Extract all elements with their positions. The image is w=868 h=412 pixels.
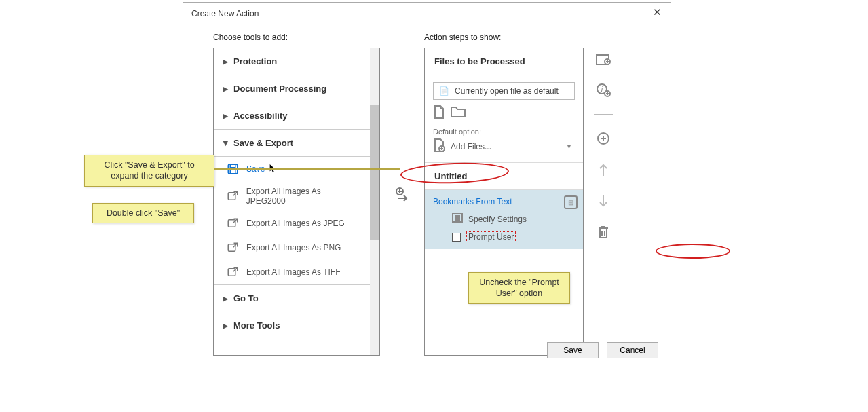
files-header: Files to be Processed xyxy=(425,48,583,75)
category-accessibility[interactable]: ▶ Accessibility xyxy=(214,102,379,130)
category-protection[interactable]: ▶ Protection xyxy=(214,48,379,75)
callout-uncheck-prompt: Uncheck the "Prompt User" option xyxy=(468,272,570,304)
category-document-processing[interactable]: ▶ Document Processing xyxy=(214,75,379,102)
svg-rect-4 xyxy=(228,220,235,227)
category-label: Go To xyxy=(233,293,259,303)
step-options-icon[interactable]: ⊟ xyxy=(564,195,578,209)
default-option-label: Default option: xyxy=(433,128,575,136)
divider xyxy=(594,114,613,115)
callout-save-export: Click "Save & Export" to expand the cate… xyxy=(84,155,214,187)
create-action-dialog: Create New Action ✕ Choose tools to add:… xyxy=(183,2,671,407)
dropdown-icon: ▼ xyxy=(566,143,572,150)
tool-export-tiff[interactable]: Export All Images As TIFF xyxy=(214,260,370,284)
close-icon[interactable]: ✕ xyxy=(650,5,664,19)
svg-rect-1 xyxy=(230,164,235,168)
svg-rect-3 xyxy=(228,193,235,200)
prompt-user-row[interactable]: Prompt User xyxy=(433,231,575,242)
highlight-prompt-user xyxy=(656,244,730,259)
category-more-tools[interactable]: ▶ More Tools xyxy=(214,312,379,339)
prompt-user-checkbox[interactable] xyxy=(452,233,461,242)
title-bar: Create New Action ✕ xyxy=(183,3,671,24)
chevron-right-icon: ▶ xyxy=(223,86,228,92)
add-step-icon[interactable] xyxy=(394,186,411,202)
move-down-icon[interactable] xyxy=(596,193,611,208)
specify-label: Specify Settings xyxy=(468,214,527,224)
chevron-right-icon: ▶ xyxy=(223,58,228,65)
add-files-dropdown[interactable]: Add Files... ▼ xyxy=(433,138,575,154)
cancel-button[interactable]: Cancel xyxy=(607,342,658,358)
move-up-icon[interactable] xyxy=(596,162,611,177)
category-label: Document Processing xyxy=(233,83,326,94)
dialog-title: Create New Action xyxy=(191,9,259,18)
tools-list: ▶ Protection ▶ Document Processing ▶ Acc… xyxy=(213,48,380,356)
delete-icon[interactable] xyxy=(596,225,611,240)
add-file-icon xyxy=(433,138,445,154)
new-file-icon[interactable] xyxy=(433,105,445,121)
tool-export-jpeg[interactable]: Export All Images As JPEG xyxy=(214,211,370,236)
tool-export-png[interactable]: Export All Images As PNG xyxy=(214,236,370,260)
category-save-export[interactable]: ▶ Save & Export xyxy=(214,130,379,157)
svg-rect-5 xyxy=(228,244,235,252)
tool-label: Export All Images As PNG xyxy=(246,243,341,252)
svg-text:i: i xyxy=(601,85,603,93)
category-label: Protection xyxy=(233,56,277,67)
action-step[interactable]: Bookmarks From Text ⊟ Specify Settings P… xyxy=(425,190,583,249)
category-label: Save & Export xyxy=(233,138,293,148)
prompt-label: Prompt User xyxy=(466,231,516,242)
step-name: Bookmarks From Text xyxy=(433,197,575,206)
steps-box: Files to be Processed 📄 Currently open f… xyxy=(424,48,584,356)
svg-rect-6 xyxy=(228,269,235,276)
category-goto[interactable]: ▶ Go To xyxy=(214,284,379,312)
tool-label: Export All Images As JPEG xyxy=(246,219,345,228)
export-icon xyxy=(226,241,240,255)
export-icon xyxy=(226,189,240,203)
add-divider-icon[interactable] xyxy=(596,131,611,146)
folder-icon[interactable] xyxy=(451,105,466,121)
tool-export-jpeg2000[interactable]: Export All Images As JPEG2000 xyxy=(214,181,370,211)
steps-section-label: Action steps to show: xyxy=(424,33,584,42)
category-label: More Tools xyxy=(233,320,280,331)
scrollbar-thumb[interactable] xyxy=(370,105,379,240)
add-files-label: Add Files... xyxy=(451,142,491,151)
save-button[interactable]: Save xyxy=(547,342,599,358)
current-file-label: Currently open file as default xyxy=(455,86,559,96)
tool-label: Export All Images As JPEG2000 xyxy=(246,187,360,206)
add-instruction-icon[interactable]: i xyxy=(596,83,611,98)
svg-rect-2 xyxy=(230,170,235,174)
callout-connector xyxy=(214,168,400,170)
category-label: Accessibility xyxy=(233,111,288,121)
choose-tools-label: Choose tools to add: xyxy=(213,33,380,42)
chevron-right-icon: ▶ xyxy=(223,113,228,119)
export-icon xyxy=(226,217,240,230)
chevron-right-icon: ▶ xyxy=(223,295,228,302)
add-folder-icon[interactable] xyxy=(596,52,611,67)
callout-double-click-save: Double click "Save" xyxy=(92,203,194,223)
chevron-right-icon: ▶ xyxy=(223,322,228,329)
settings-list-icon xyxy=(452,213,463,225)
specify-settings-row[interactable]: Specify Settings xyxy=(433,213,575,225)
chevron-down-icon: ▶ xyxy=(223,141,229,145)
export-icon xyxy=(226,265,240,279)
tool-label: Export All Images As TIFF xyxy=(246,267,341,277)
pdf-icon: 📄 xyxy=(439,86,449,96)
current-file-row[interactable]: 📄 Currently open file as default xyxy=(433,82,575,100)
